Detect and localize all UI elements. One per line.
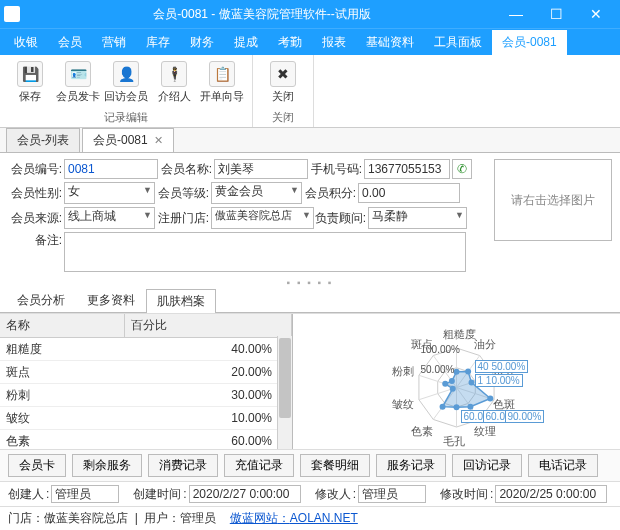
svg-point-18 xyxy=(454,404,460,410)
subtab-2[interactable]: 肌肤档案 xyxy=(146,289,216,313)
menu-7[interactable]: 报表 xyxy=(312,30,356,55)
photo-placeholder[interactable]: 请右击选择图片 xyxy=(494,159,612,241)
bottom-btn[interactable]: 回访记录 xyxy=(452,454,522,477)
save-button[interactable]: 💾保存 xyxy=(6,57,54,108)
member-name-input[interactable] xyxy=(214,159,308,179)
label-gender: 会员性别 xyxy=(8,185,64,202)
app-icon xyxy=(4,6,20,22)
wizard-icon: 📋 xyxy=(209,61,235,87)
window-title: 会员-0081 - 傲蓝美容院管理软件--试用版 xyxy=(28,6,496,23)
svg-point-19 xyxy=(440,404,446,410)
menu-6[interactable]: 考勤 xyxy=(268,30,312,55)
bottom-btn[interactable]: 消费记录 xyxy=(148,454,218,477)
remark-input[interactable] xyxy=(64,232,466,272)
label-member-no: 会员编号 xyxy=(8,161,64,178)
table-row[interactable]: 斑点20.00% xyxy=(0,361,292,384)
maximize-button[interactable]: ☐ xyxy=(536,0,576,28)
table-row[interactable]: 粗糙度40.00% xyxy=(0,338,292,361)
wizard-button[interactable]: 📋开单向导 xyxy=(198,57,246,108)
chevron-down-icon: ▼ xyxy=(455,210,464,220)
chart-ring-label: 100.00% xyxy=(421,344,460,355)
status-bar: 门店：傲蓝美容院总店 | 用户：管理员 傲蓝网站：AOLAN.NET xyxy=(0,506,620,530)
website-link[interactable]: 傲蓝网站：AOLAN.NET xyxy=(230,511,358,525)
chevron-down-icon: ▼ xyxy=(143,210,152,220)
mobile-input[interactable] xyxy=(364,159,450,179)
label-points: 会员积分 xyxy=(302,185,358,202)
menu-3[interactable]: 库存 xyxy=(136,30,180,55)
label-source: 会员来源 xyxy=(8,210,64,227)
doc-tab[interactable]: 会员-0081✕ xyxy=(82,128,174,152)
col-name[interactable]: 名称 xyxy=(0,314,125,337)
sub-tabs: 会员分析更多资料肌肤档案 xyxy=(0,288,620,313)
regstore-select[interactable]: 傲蓝美容院总店▼ xyxy=(211,207,314,229)
minimize-button[interactable]: — xyxy=(496,0,536,28)
close-icon: ✖ xyxy=(270,61,296,87)
close-button[interactable]: ✖关闭 xyxy=(259,57,307,108)
svg-point-22 xyxy=(449,378,455,384)
subtab-0[interactable]: 会员分析 xyxy=(6,288,76,312)
chart-tooltip: 90.00% xyxy=(505,410,545,423)
referrer-icon: 🕴 xyxy=(161,61,187,87)
phone-icon[interactable]: ✆ xyxy=(452,159,472,179)
source-select[interactable]: 线上商城▼ xyxy=(64,207,155,229)
label-level: 会员等级 xyxy=(155,185,211,202)
points-input[interactable] xyxy=(358,183,460,203)
svg-point-20 xyxy=(450,386,456,392)
label-regstore: 注册门店 xyxy=(155,210,211,227)
svg-point-14 xyxy=(465,369,471,375)
issue-card-button[interactable]: 🪪会员发卡 xyxy=(54,57,102,108)
consultant-select[interactable]: 马柔静▼ xyxy=(368,207,467,229)
menu-9[interactable]: 工具面板 xyxy=(424,30,492,55)
menu-2[interactable]: 营销 xyxy=(92,30,136,55)
menu-10[interactable]: 会员-0081 xyxy=(492,30,567,55)
scrollbar-thumb[interactable] xyxy=(279,338,291,418)
label-creator: 创建人 xyxy=(8,486,44,503)
bottom-btn[interactable]: 充值记录 xyxy=(224,454,294,477)
chart-axis-label: 粗糙度 xyxy=(443,327,476,342)
bottom-btn[interactable]: 套餐明细 xyxy=(300,454,370,477)
bottom-btn[interactable]: 剩余服务 xyxy=(72,454,142,477)
modifier-input xyxy=(358,485,426,503)
level-select[interactable]: 黄金会员▼ xyxy=(211,182,302,204)
referrer-button[interactable]: 🕴介绍人 xyxy=(150,57,198,108)
doc-tab[interactable]: 会员-列表 xyxy=(6,128,80,152)
createtime-input xyxy=(189,485,301,503)
chevron-down-icon: ▼ xyxy=(143,185,152,195)
bottom-btn[interactable]: 会员卡 xyxy=(8,454,66,477)
table-row[interactable]: 皱纹10.00% xyxy=(0,407,292,430)
chart-tooltip: 40 50.00% xyxy=(475,360,529,373)
gender-select[interactable]: 女▼ xyxy=(64,182,155,204)
col-pct[interactable]: 百分比 xyxy=(125,314,292,337)
menubar: 收银会员营销库存财务提成考勤报表基础资料工具面板会员-0081 xyxy=(0,28,620,55)
close-icon[interactable]: ✕ xyxy=(154,134,163,147)
close-button[interactable]: ✕ xyxy=(576,0,616,28)
revisit-button[interactable]: 👤回访会员 xyxy=(102,57,150,108)
label-member-name: 会员名称 xyxy=(158,161,214,178)
audit-footer: 创建人: 创建时间: 修改人: 修改时间: xyxy=(0,481,620,506)
menu-4[interactable]: 财务 xyxy=(180,30,224,55)
ribbon: 💾保存🪪会员发卡👤回访会员🕴介绍人📋开单向导 记录编辑 ✖关闭 关闭 xyxy=(0,55,620,128)
table-row[interactable]: 粉刺30.00% xyxy=(0,384,292,407)
bottom-btn[interactable]: 服务记录 xyxy=(376,454,446,477)
menu-8[interactable]: 基础资料 xyxy=(356,30,424,55)
menu-5[interactable]: 提成 xyxy=(224,30,268,55)
radar-chart: 粗糙度油分水分色斑纹理毛孔色素皱纹粉刺斑点50.00%100.00%40 50.… xyxy=(293,314,620,449)
member-form: 会员编号 会员名称 手机号码 ✆ 会员性别 女▼ 会员等级 黄金会员▼ 会员积分… xyxy=(0,153,620,277)
chart-axis-label: 毛孔 xyxy=(443,434,465,449)
modifytime-input xyxy=(495,485,607,503)
table-row[interactable]: 色素60.00% xyxy=(0,430,292,449)
chart-axis-label: 油分 xyxy=(474,337,496,352)
skin-table: 名称 百分比 粗糙度40.00%斑点20.00%粉刺30.00%皱纹10.00%… xyxy=(0,314,293,449)
bottom-btn[interactable]: 电话记录 xyxy=(528,454,598,477)
member-no-input[interactable] xyxy=(64,159,158,179)
scrollbar[interactable] xyxy=(277,336,292,449)
chart-axis-label: 纹理 xyxy=(474,424,496,439)
menu-0[interactable]: 收银 xyxy=(4,30,48,55)
menu-1[interactable]: 会员 xyxy=(48,30,92,55)
splitter[interactable]: ▪ ▪ ▪ ▪ ▪ xyxy=(0,277,620,288)
chart-ring-label: 50.00% xyxy=(421,364,455,375)
subtab-1[interactable]: 更多资料 xyxy=(76,288,146,312)
label-createtime: 创建时间 xyxy=(133,486,181,503)
label-remark: 备注 xyxy=(8,232,64,249)
chart-axis-label: 皱纹 xyxy=(392,397,414,412)
